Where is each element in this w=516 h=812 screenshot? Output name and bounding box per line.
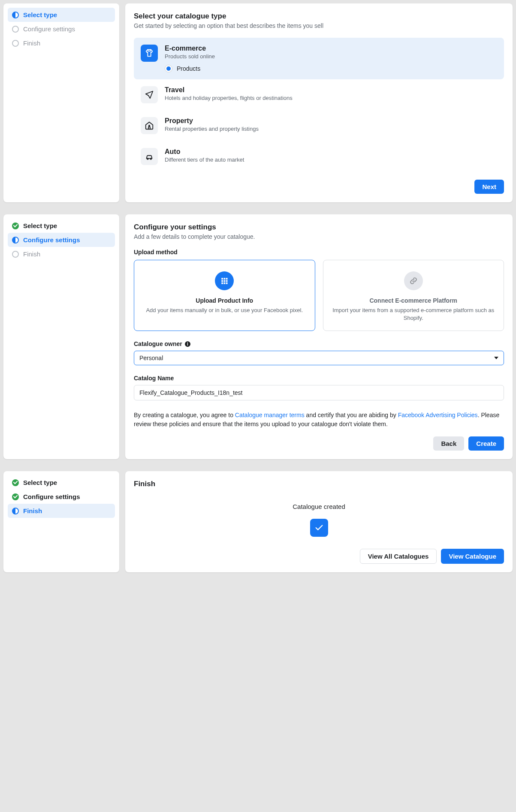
panel-subtitle: Get started by selecting an option that … [134, 22, 504, 29]
svg-point-0 [149, 125, 150, 126]
link-icon [404, 271, 423, 290]
option-travel[interactable]: Travel Hotels and holiday properties, fl… [134, 79, 504, 110]
option-desc: Rental properties and property listings [165, 126, 259, 132]
step-select-type[interactable]: Select type [8, 8, 115, 22]
upload-card-title: Upload Product Info [143, 297, 306, 304]
step-finish[interactable]: Finish [8, 504, 115, 518]
option-ecommerce[interactable]: E-commerce Products sold online Products [134, 38, 504, 79]
step-label: Select type [23, 479, 57, 486]
svg-rect-4 [224, 278, 226, 280]
step-label: Finish [23, 250, 40, 258]
panel-configure-settings: Configure your settings Add a few detail… [125, 214, 513, 459]
svg-rect-5 [226, 278, 228, 280]
step-label: Select type [23, 11, 57, 18]
house-icon [141, 117, 158, 134]
radio-icon [165, 65, 172, 72]
finish-message: Catalogue created [134, 503, 504, 510]
option-property[interactable]: Property Rental properties and property … [134, 110, 504, 141]
check-circle-icon [12, 223, 19, 229]
info-icon[interactable]: i [185, 341, 190, 347]
check-circle-icon [12, 493, 19, 500]
svg-rect-3 [222, 278, 223, 280]
svg-rect-8 [226, 280, 228, 282]
option-title: Property [165, 117, 259, 125]
upload-card-desc: Import your items from a supported e-com… [332, 307, 495, 322]
subtype-products[interactable]: Products [165, 65, 497, 72]
view-catalogue-button[interactable]: View Catalogue [441, 549, 504, 564]
success-check-icon [310, 519, 328, 537]
step-label: Select type [23, 222, 57, 229]
empty-circle-icon [12, 251, 19, 258]
step-label: Configure settings [23, 25, 75, 33]
option-desc: Different tiers of the auto market [165, 156, 244, 163]
step-label: Finish [23, 39, 40, 47]
svg-rect-9 [222, 283, 223, 284]
car-icon [141, 148, 158, 165]
next-button[interactable]: Next [474, 180, 504, 194]
option-desc: Hotels and holiday properties, flights o… [165, 95, 293, 101]
catalog-name-label: Catalog Name [134, 375, 504, 382]
catalog-name-input[interactable] [134, 385, 504, 400]
empty-circle-icon [12, 40, 19, 47]
panel-select-type: Select your catalogue type Get started b… [125, 3, 513, 202]
wizard-sidebar-step2: Select type Configure settings Finish [3, 214, 119, 459]
caret-down-icon [494, 357, 498, 359]
connect-platform-card[interactable]: Connect E-commerce Platform Import your … [323, 260, 504, 331]
empty-circle-icon [12, 26, 19, 33]
step-label: Finish [23, 507, 42, 514]
upload-card-title: Connect E-commerce Platform [332, 297, 495, 304]
wizard-sidebar-step3: Select type Configure settings Finish [3, 471, 119, 572]
panel-title: Select your catalogue type [134, 12, 504, 21]
option-title: Travel [165, 86, 293, 94]
svg-rect-6 [222, 280, 223, 282]
check-circle-icon [12, 479, 19, 486]
panel-title: Finish [134, 480, 504, 488]
panel-finish: Finish Catalogue created View All Catalo… [125, 471, 513, 572]
wizard-sidebar-step1: Select type Configure settings Finish [3, 3, 119, 202]
option-title: E-commerce [165, 45, 497, 52]
step-label: Configure settings [23, 493, 80, 500]
select-value: Personal [139, 355, 163, 361]
panel-subtitle: Add a few details to complete your catal… [134, 233, 504, 240]
progress-circle-icon [12, 508, 19, 514]
progress-circle-icon [12, 237, 19, 244]
panel-title: Configure your settings [134, 223, 504, 232]
upload-method-label: Upload method [134, 249, 504, 256]
policies-link[interactable]: Facebook Advertising Policies [398, 412, 478, 418]
upload-card-desc: Add your items manually or in bulk, or u… [143, 307, 306, 314]
upload-product-info-card[interactable]: Upload Product Info Add your items manua… [134, 260, 315, 331]
catalogue-owner-select[interactable]: Personal [134, 351, 504, 365]
step-label: Configure settings [23, 236, 80, 244]
option-desc: Products sold online [165, 53, 497, 60]
step-finish[interactable]: Finish [8, 36, 115, 50]
back-button[interactable]: Back [433, 436, 464, 451]
step-configure-settings[interactable]: Configure settings [8, 233, 115, 247]
svg-rect-7 [224, 280, 226, 282]
plane-icon [141, 86, 158, 103]
catalogue-owner-label: Catalogue owner i [134, 340, 504, 347]
option-auto[interactable]: Auto Different tiers of the auto market [134, 141, 504, 172]
shirt-icon [141, 45, 158, 62]
progress-circle-icon [12, 12, 19, 18]
agreement-text: By creating a catalogue, you agree to Ca… [134, 411, 504, 429]
option-title: Auto [165, 148, 244, 156]
step-configure-settings[interactable]: Configure settings [8, 490, 115, 504]
radio-label: Products [177, 65, 200, 72]
grid-icon [215, 271, 234, 290]
step-select-type[interactable]: Select type [8, 219, 115, 233]
svg-rect-11 [226, 283, 228, 284]
svg-rect-10 [224, 283, 226, 284]
step-configure-settings[interactable]: Configure settings [8, 22, 115, 36]
create-button[interactable]: Create [468, 436, 504, 451]
step-finish[interactable]: Finish [8, 247, 115, 261]
view-all-catalogues-button[interactable]: View All Catalogues [360, 549, 437, 564]
step-select-type[interactable]: Select type [8, 475, 115, 490]
terms-link[interactable]: Catalogue manager terms [235, 412, 305, 418]
